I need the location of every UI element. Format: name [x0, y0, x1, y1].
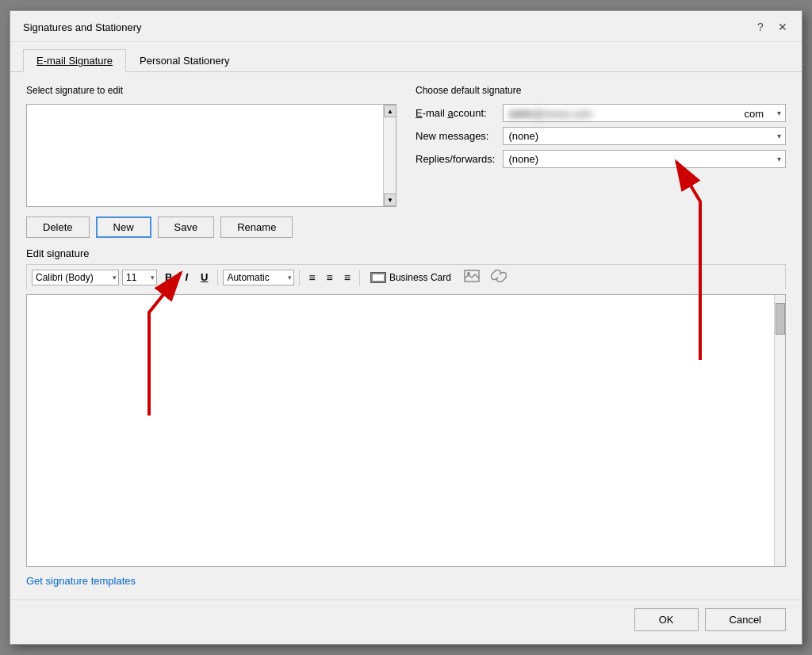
- toolbar-separator-2: [299, 270, 300, 285]
- cancel-button[interactable]: Cancel: [705, 608, 786, 631]
- replies-label: Replies/forwards:: [416, 153, 495, 165]
- sig-buttons-row: Delete New Save Rename: [26, 216, 396, 238]
- select-sig-label: Select signature to edit: [26, 85, 396, 96]
- tab-personal-stationery[interactable]: Personal Stationery: [126, 49, 243, 72]
- image-icon: [464, 270, 480, 282]
- title-bar-controls: ? ✕: [751, 17, 792, 36]
- scrollbar-up[interactable]: ▲: [384, 105, 396, 117]
- get-templates-link[interactable]: Get signature templates: [26, 575, 786, 587]
- email-account-label: E-mail account:: [416, 107, 495, 119]
- dialog: Signatures and Stationery ? ✕ E-mail Sig…: [10, 10, 802, 645]
- link-icon: [491, 270, 507, 282]
- underline-button[interactable]: U: [196, 270, 213, 285]
- align-right-button[interactable]: ≡: [340, 269, 354, 286]
- tabs-container: E-mail Signature Personal Stationery: [10, 42, 802, 72]
- dialog-footer: OK Cancel: [10, 599, 802, 644]
- default-sig-grid: E-mail account: .com ▾ xxxxx@xxxxx.comco…: [416, 104, 786, 168]
- font-family-wrapper: Calibri (Body) ▾: [32, 270, 119, 285]
- close-button[interactable]: ✕: [773, 17, 792, 36]
- email-account-select-wrapper: .com ▾ xxxxx@xxxxx.comcom: [503, 104, 786, 122]
- ok-button[interactable]: OK: [634, 608, 699, 631]
- toolbar-separator-3: [359, 270, 360, 285]
- new-messages-label: New messages:: [416, 130, 495, 142]
- default-sig-label: Choose default signature: [416, 85, 786, 96]
- replies-select[interactable]: (none): [503, 150, 786, 168]
- new-messages-select[interactable]: (none): [503, 127, 786, 145]
- align-center-button[interactable]: ≡: [323, 269, 337, 286]
- two-col-layout: Select signature to edit ▲ ▼ Delete New …: [26, 85, 786, 238]
- right-panel: Choose default signature E-mail account:…: [416, 85, 786, 238]
- help-button[interactable]: ?: [751, 17, 770, 36]
- new-button[interactable]: New: [96, 216, 151, 238]
- edit-toolbar: Calibri (Body) ▾ 11 ▾ B I U: [26, 264, 786, 289]
- edit-area[interactable]: [26, 294, 786, 567]
- color-select[interactable]: Automatic: [223, 270, 294, 285]
- tab-email-signature[interactable]: E-mail Signature: [23, 49, 126, 72]
- font-family-select[interactable]: Calibri (Body): [32, 270, 119, 285]
- business-card-button[interactable]: Business Card: [365, 270, 457, 285]
- color-select-wrapper: Automatic ▾: [223, 270, 294, 285]
- left-panel: Select signature to edit ▲ ▼ Delete New …: [26, 85, 396, 238]
- signature-list[interactable]: ▲ ▼: [26, 104, 396, 207]
- italic-button[interactable]: I: [180, 270, 193, 285]
- font-size-wrapper: 11 ▾: [122, 270, 157, 285]
- edit-area-scrollbar[interactable]: [774, 295, 785, 566]
- edit-sig-section: Edit signature Calibri (Body) ▾ 11 ▾ B: [26, 247, 786, 587]
- scrollbar-down[interactable]: ▼: [384, 193, 396, 206]
- new-messages-select-wrapper: (none) ▾: [503, 127, 786, 145]
- edit-area-thumb: [776, 303, 785, 335]
- edit-sig-label: Edit signature: [26, 247, 786, 259]
- sig-list-scrollbar[interactable]: ▲ ▼: [383, 105, 396, 206]
- title-bar: Signatures and Stationery ? ✕: [10, 11, 802, 42]
- font-size-select[interactable]: 11: [122, 270, 157, 285]
- link-button[interactable]: [487, 267, 511, 287]
- bold-button[interactable]: B: [160, 270, 177, 285]
- delete-button[interactable]: Delete: [26, 216, 90, 238]
- image-button[interactable]: [460, 267, 484, 287]
- toolbar-separator-1: [217, 270, 218, 285]
- replies-select-wrapper: (none) ▾: [503, 150, 786, 168]
- email-account-select[interactable]: .com: [503, 104, 786, 122]
- business-card-icon: [370, 272, 386, 283]
- save-button[interactable]: Save: [158, 216, 215, 238]
- dialog-body: Select signature to edit ▲ ▼ Delete New …: [10, 72, 802, 599]
- dialog-title: Signatures and Stationery: [23, 21, 142, 33]
- rename-button[interactable]: Rename: [220, 216, 293, 238]
- align-left-button[interactable]: ≡: [304, 269, 319, 286]
